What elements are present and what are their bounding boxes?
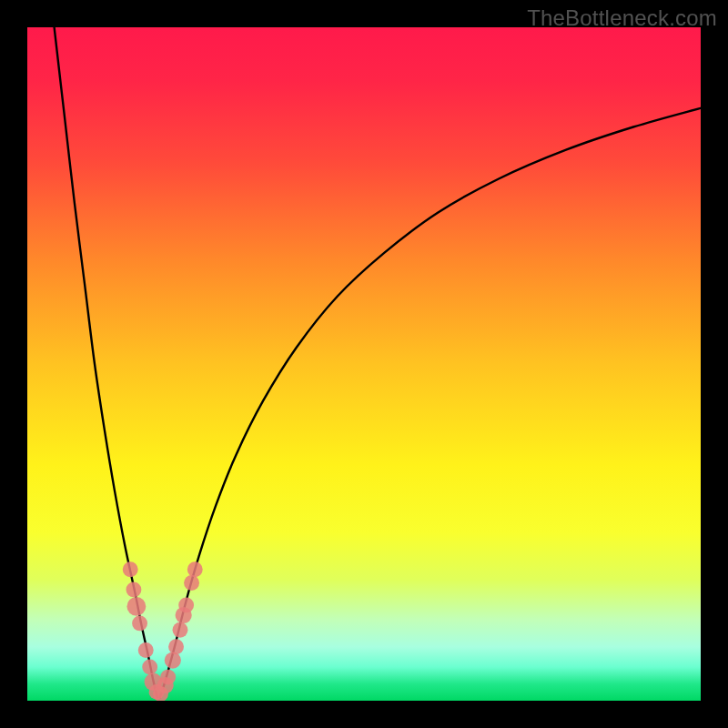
gradient-background — [27, 27, 701, 701]
sample-dot — [138, 642, 154, 658]
sample-dot — [123, 561, 138, 577]
sample-dot — [142, 660, 157, 675]
sample-dot — [184, 575, 199, 591]
sample-dot — [173, 622, 188, 638]
bottleneck-chart — [27, 27, 701, 701]
sample-dot — [178, 597, 194, 612]
chart-frame: TheBottleneck.com — [0, 0, 728, 728]
sample-dot — [187, 561, 203, 577]
sample-dot — [132, 615, 147, 631]
sample-dot — [165, 652, 181, 669]
watermark-text: TheBottleneck.com — [527, 5, 717, 31]
sample-dot — [160, 670, 176, 685]
plot-area — [27, 27, 701, 701]
sample-dot — [168, 639, 184, 654]
sample-dot — [126, 597, 146, 616]
sample-dot — [126, 581, 141, 597]
